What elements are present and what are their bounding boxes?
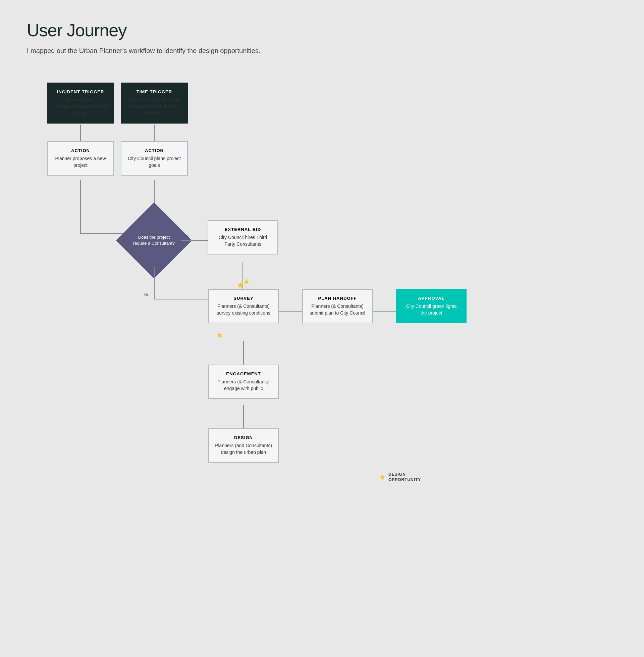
time-trigger-box: TIME TRIGGER City Council plans urban pr… — [121, 83, 188, 124]
engagement-text: Planners (& Consultants) engage with pub… — [214, 378, 273, 392]
diamond-container: Does the project require a Consultant? — [127, 214, 181, 267]
arrow-yes — [181, 240, 208, 241]
plan-handoff-label: PLAN HANDOFF — [308, 296, 367, 301]
incident-trigger-label: INCIDENT TRIGGER — [53, 89, 108, 94]
legend: ★ DESIGN OPPORTUNITY — [379, 472, 421, 482]
yes-label: Yes — [183, 234, 189, 238]
survey-box: SURVEY Planners (& Consultants) survey e… — [208, 289, 279, 323]
external-bid-box: EXTERNAL BID City Council hires Third Pa… — [208, 220, 278, 255]
arrow-engagement-design — [243, 405, 244, 429]
legend-label: DESIGN OPPORTUNITY — [388, 472, 421, 482]
design-box: DESIGN Planners (and Consultants) design… — [208, 429, 279, 463]
action2-box: ACTION City Council plans project goals — [121, 141, 188, 176]
approval-text: City Council green lights the project — [402, 303, 461, 316]
action2-text: City Council plans project goals — [127, 155, 182, 169]
no-label: No — [144, 292, 149, 297]
survey-label: SURVEY — [214, 296, 273, 301]
arrow-no-right — [154, 299, 208, 300]
diamond-text: Does the project require a Consultant? — [132, 219, 176, 262]
action1-text: Planner proposes a new project — [53, 155, 108, 169]
engagement-label: ENGAGEMENT — [214, 371, 273, 376]
arrow-survey-handoff — [279, 311, 302, 311]
approval-label: APPROVAL — [402, 296, 461, 301]
survey-text: Planners (& Consultants) survey existing… — [214, 303, 273, 316]
page-title: User Journey — [27, 20, 617, 40]
external-bid-text: City Council hires Third Party Consultan… — [214, 234, 272, 248]
plan-handoff-box: PLAN HANDOFF Planners (& Consultants) su… — [302, 289, 373, 323]
incident-trigger-text: Planners hear of a complaint through wor… — [53, 96, 108, 117]
arrow-handoff-approval — [373, 311, 396, 311]
action1-label: ACTION — [53, 148, 108, 153]
design-text: Planners (and Consultants) design the ur… — [214, 442, 273, 456]
arrow-incident-action1 — [80, 125, 81, 141]
incident-trigger-box: INCIDENT TRIGGER Planners hear of a comp… — [47, 83, 114, 124]
user-journey-diagram: INCIDENT TRIGGER Planners hear of a comp… — [27, 76, 617, 613]
design-opportunity-star-3: ★ — [216, 331, 223, 340]
arrow-time-action2 — [154, 125, 155, 141]
time-trigger-label: TIME TRIGGER — [127, 89, 182, 94]
arrow-action1-down — [80, 180, 81, 234]
design-opportunity-star-2: ★ — [243, 277, 250, 286]
external-bid-label: EXTERNAL BID — [214, 227, 272, 232]
arrow-no-down — [154, 267, 155, 299]
design-label: DESIGN — [214, 435, 273, 440]
plan-handoff-text: Planners (& Consultants) submit plan to … — [308, 303, 367, 316]
action1-box: ACTION Planner proposes a new project — [47, 141, 114, 176]
action2-label: ACTION — [127, 148, 182, 153]
page-subtitle: I mapped out the Urban Planner's workflo… — [27, 46, 617, 56]
approval-box: APPROVAL City Council green lights the p… — [396, 289, 466, 323]
legend-star: ★ — [379, 473, 386, 482]
arrow-survey-engagement — [243, 341, 244, 365]
time-trigger-text: City Council plans urban projects based … — [127, 96, 182, 117]
engagement-box: ENGAGEMENT Planners (& Consultants) enga… — [208, 365, 279, 399]
